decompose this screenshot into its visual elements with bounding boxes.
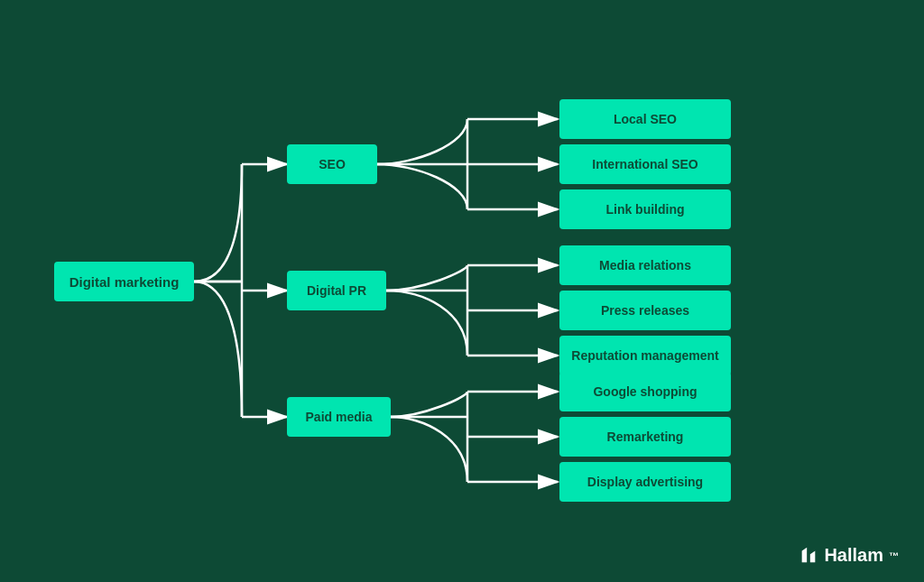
node-root: Digital marketing — [54, 262, 194, 301]
node-reputation-management: Reputation management — [559, 336, 731, 375]
hallam-text: Hallam — [824, 545, 883, 566]
node-paid-media: Paid media — [287, 397, 391, 437]
node-digital-pr: Digital PR — [287, 271, 386, 310]
node-google-shopping: Google shopping — [559, 372, 731, 411]
svg-marker-16 — [810, 550, 816, 562]
node-media-relations: Media relations — [559, 245, 731, 285]
svg-marker-15 — [802, 547, 808, 562]
hallam-logo: Hallam™ — [799, 545, 899, 566]
node-remarketing: Remarketing — [559, 417, 731, 457]
node-international-seo: International SEO — [559, 144, 731, 184]
node-local-seo: Local SEO — [559, 99, 731, 139]
hallam-tm: ™ — [889, 550, 899, 561]
node-press-releases: Press releases — [559, 291, 731, 330]
node-link-building: Link building — [559, 189, 731, 229]
node-seo: SEO — [287, 144, 377, 184]
diagram: Digital marketing SEO Digital PR Paid me… — [0, 0, 924, 582]
node-display-advertising: Display advertising — [559, 462, 731, 502]
hallam-icon — [799, 546, 818, 566]
